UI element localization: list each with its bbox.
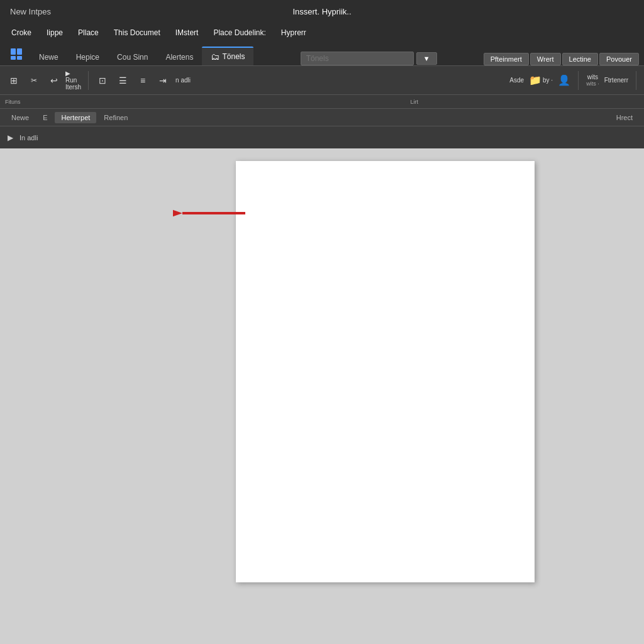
separator-2 xyxy=(578,71,579,90)
toolbar-group-by[interactable]: 📁 by · xyxy=(529,74,553,86)
menu-iippe[interactable]: Iippe xyxy=(40,26,69,40)
separator-1 xyxy=(88,71,89,90)
wits-label: wits xyxy=(587,74,598,80)
menu-imstert[interactable]: IMstert xyxy=(169,26,205,40)
tab-hepice[interactable]: Hepice xyxy=(67,49,108,65)
pfteinmert-btn[interactable]: Pfteinmert xyxy=(484,53,529,65)
subtab-newe[interactable]: Newe xyxy=(5,112,35,123)
tab-cou-sinn[interactable]: Cou Sinn xyxy=(108,49,157,65)
doc-title: Inssert. Hypriik.. xyxy=(292,7,351,16)
ribbon-search-area: ▼ xyxy=(301,52,437,65)
menu-place-dudelink[interactable]: Place Dudelink: xyxy=(207,26,272,40)
menu-hyprerr[interactable]: Hyprerr xyxy=(275,26,313,40)
subtab-refinen[interactable]: Refinen xyxy=(97,112,134,123)
subtab-e[interactable]: E xyxy=(36,112,53,123)
menu-bar: Croke Iippe Pllace This Documet IMstert … xyxy=(0,23,644,43)
main-content xyxy=(0,148,644,613)
ribbon-format-bar: ▶ In adli xyxy=(0,126,644,148)
menu-croke[interactable]: Croke xyxy=(5,26,38,40)
lectine-btn[interactable]: Lectine xyxy=(562,53,598,65)
svg-rect-1 xyxy=(17,48,22,55)
ribbon-search-input[interactable] xyxy=(301,52,414,65)
ribbon-right-btn-group: Pfteinmert Wrert Lectine Povouer xyxy=(484,53,639,65)
subtab-herterpet[interactable]: Herterpet xyxy=(55,112,96,123)
subtab-hrect[interactable]: Hrect xyxy=(610,112,639,123)
svg-rect-2 xyxy=(11,56,16,60)
red-arrow xyxy=(173,204,248,223)
povouer-btn[interactable]: Povouer xyxy=(599,53,639,65)
toolbar-icon-grid[interactable]: ⊞ xyxy=(5,72,23,89)
toolbar-group-ftrtenerr[interactable]: Ftrtenerr xyxy=(604,77,628,84)
format-label-in-adli: In adli xyxy=(19,134,38,142)
toolbar-icon-box[interactable]: ⊡ xyxy=(94,72,111,89)
document-page[interactable] xyxy=(236,161,535,582)
tab-tonels[interactable]: 🗂 Tönels xyxy=(202,47,253,65)
app-title: New Intpes xyxy=(10,7,51,16)
title-bar: New Intpes Inssert. Hypriik.. xyxy=(0,0,644,23)
label-fituns: Fituns xyxy=(5,99,21,105)
ribbon-chevron-btn[interactable]: ▼ xyxy=(416,52,437,65)
tab-newe[interactable]: Newe xyxy=(30,49,67,65)
ribbon-labels: Fituns Lirt xyxy=(0,94,644,108)
label-lirt: Lirt xyxy=(411,99,419,105)
toolbar-group-asde[interactable]: Asde xyxy=(509,77,524,84)
ribbon-right-area: Asde 📁 by · 👤 wits wits · Ftrtenerr xyxy=(509,71,639,90)
ribbon-tabs: Newe Hepice Cou Sinn Alertens 🗂 Tönels ▼… xyxy=(0,43,644,65)
toolbar-icon-undo[interactable]: ↩ xyxy=(45,72,63,89)
toolbar-text-nadli[interactable]: n adli xyxy=(174,72,192,89)
toolbar-icon-list[interactable]: ☰ xyxy=(114,72,131,89)
toolbar-icon-list2[interactable]: ≡ xyxy=(134,72,152,89)
toolbar-group-wits[interactable]: wits wits · xyxy=(586,74,599,87)
sub-tabs: Newe E Herterpet Refinen Hrect xyxy=(0,108,644,126)
toolbar-group-person[interactable]: 👤 xyxy=(558,74,570,86)
ribbon-toolbar: ⊞ ✂︎ ↩ ▶ Run Itersh ⊡ ☰ ≡ ⇥ n adli Asde … xyxy=(0,65,644,94)
separator-3 xyxy=(636,71,636,90)
svg-rect-3 xyxy=(17,56,22,60)
toolbar-icon-tab[interactable]: ⇥ xyxy=(154,72,172,89)
svg-rect-0 xyxy=(11,48,16,55)
tab-alertens[interactable]: Alertens xyxy=(157,49,202,65)
format-expand-btn[interactable]: ▶ xyxy=(5,132,16,143)
toolbar-icon-run[interactable]: ▶ Run Itersh xyxy=(65,72,83,89)
menu-pllace[interactable]: Pllace xyxy=(72,26,105,40)
ribbon-tab-icon-newe[interactable] xyxy=(5,43,28,65)
menu-this-documet[interactable]: This Documet xyxy=(108,26,167,40)
toolbar-icon-cut[interactable]: ✂︎ xyxy=(25,72,43,89)
wrert-btn[interactable]: Wrert xyxy=(530,53,561,65)
